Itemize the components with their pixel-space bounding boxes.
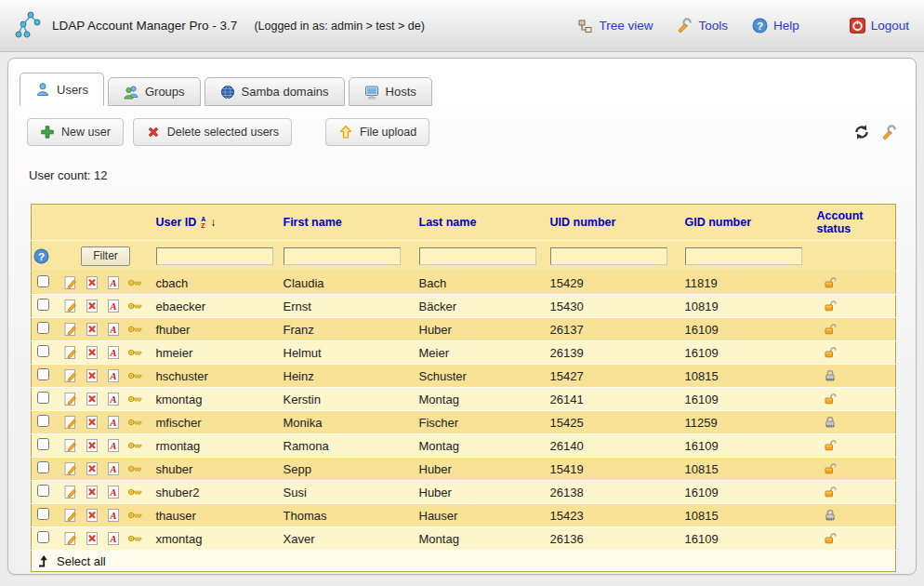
column-header-account-status[interactable]: Account status — [815, 205, 896, 241]
row-checkbox[interactable] — [37, 415, 49, 427]
row-checkbox[interactable] — [37, 345, 49, 357]
filter-button[interactable]: Filter — [81, 246, 130, 266]
delete-user-icon[interactable] — [85, 508, 99, 523]
delete-user-icon[interactable] — [85, 275, 99, 290]
refresh-icon[interactable] — [853, 124, 870, 140]
edit-user-icon[interactable] — [63, 322, 78, 337]
table-row[interactable]: A shuber Sepp Huber 15419 10815 — [32, 458, 896, 481]
tools-link[interactable]: Tools — [677, 18, 728, 33]
help-link[interactable]: ? Help — [752, 18, 799, 33]
row-checkbox[interactable] — [37, 275, 49, 287]
delete-user-icon[interactable] — [85, 485, 99, 499]
pdf-export-icon[interactable]: A — [106, 322, 121, 337]
row-checkbox[interactable] — [37, 438, 49, 450]
edit-user-icon[interactable] — [63, 461, 78, 476]
row-checkbox[interactable] — [37, 299, 49, 311]
delete-user-icon[interactable] — [85, 322, 99, 337]
delete-user-icon[interactable] — [85, 299, 99, 313]
tab-samba-domains[interactable]: Samba domains — [205, 77, 345, 106]
filter-input-gid-number[interactable] — [685, 247, 802, 265]
change-password-key-icon[interactable] — [127, 531, 143, 546]
row-checkbox[interactable] — [37, 392, 49, 404]
delete-user-icon[interactable] — [85, 438, 99, 453]
table-row[interactable]: A ebaecker Ernst Bäcker 15430 10819 — [32, 295, 896, 318]
pdf-export-icon[interactable]: A — [106, 275, 121, 290]
edit-user-icon[interactable] — [63, 392, 78, 406]
change-password-key-icon[interactable] — [127, 485, 143, 499]
delete-user-icon[interactable] — [85, 345, 99, 360]
change-password-key-icon[interactable] — [127, 299, 143, 313]
column-header-gid-number[interactable]: GID number — [683, 205, 815, 241]
column-header-user-id[interactable]: User ID AZ ↓ — [154, 205, 282, 241]
row-checkbox[interactable] — [37, 461, 49, 473]
edit-user-icon[interactable] — [63, 275, 78, 290]
pdf-export-icon[interactable]: A — [106, 438, 121, 453]
table-row[interactable]: A xmontag Xaver Montag 26136 16109 — [32, 527, 896, 551]
pdf-export-icon[interactable]: A — [106, 392, 121, 406]
new-user-button[interactable]: New user — [27, 118, 124, 146]
delete-user-icon[interactable] — [85, 531, 99, 546]
delete-user-icon[interactable] — [85, 392, 99, 406]
column-header-uid-number[interactable]: UID number — [548, 205, 683, 241]
select-all-control[interactable]: Select all — [37, 554, 890, 568]
change-password-key-icon[interactable] — [127, 368, 143, 383]
change-password-key-icon[interactable] — [127, 345, 143, 360]
edit-user-icon[interactable] — [63, 508, 78, 523]
table-row[interactable]: A fhuber Franz Huber 26137 16109 — [32, 318, 896, 341]
pdf-export-icon[interactable]: A — [106, 508, 121, 523]
filter-help-icon[interactable]: ? — [33, 248, 49, 264]
edit-user-icon[interactable] — [63, 531, 78, 546]
tab-hosts[interactable]: Hosts — [349, 77, 432, 106]
table-row[interactable]: A hschuster Heinz Schuster 15427 10815 — [32, 365, 896, 388]
change-password-key-icon[interactable] — [127, 322, 143, 337]
edit-user-icon[interactable] — [63, 345, 78, 360]
filter-input-last-name[interactable] — [419, 247, 536, 265]
filter-input-uid-number[interactable] — [550, 247, 667, 265]
pdf-export-icon[interactable]: A — [106, 299, 121, 313]
toolbar: New user Delete selected users File uplo… — [27, 118, 897, 146]
tab-users[interactable]: Users — [20, 73, 104, 106]
file-upload-button[interactable]: File upload — [325, 118, 429, 146]
change-password-key-icon[interactable] — [127, 438, 143, 453]
table-row[interactable]: A kmontag Kerstin Montag 26141 16109 — [32, 388, 896, 411]
tree-view-link[interactable]: Tree view — [578, 19, 653, 33]
row-checkbox[interactable] — [37, 485, 49, 497]
pdf-export-icon[interactable]: A — [106, 415, 121, 430]
delete-user-icon[interactable] — [85, 461, 99, 476]
change-password-key-icon[interactable] — [127, 392, 143, 406]
row-checkbox[interactable] — [37, 531, 49, 543]
edit-user-icon[interactable] — [63, 485, 78, 499]
pdf-export-icon[interactable]: A — [106, 531, 121, 546]
delete-selected-users-button[interactable]: Delete selected users — [133, 118, 292, 146]
pdf-export-icon[interactable]: A — [106, 485, 121, 499]
table-row[interactable]: A hmeier Helmut Meier 26139 16109 — [32, 341, 896, 365]
table-row[interactable]: A shuber2 Susi Huber 26138 16109 — [32, 481, 896, 504]
pdf-export-icon[interactable]: A — [106, 461, 121, 476]
tab-groups[interactable]: Groups — [108, 77, 201, 106]
filter-input-user-id[interactable] — [156, 247, 273, 265]
change-password-key-icon[interactable] — [127, 461, 143, 476]
row-checkbox[interactable] — [37, 368, 49, 380]
column-header-last-name[interactable]: Last name — [417, 205, 548, 241]
row-checkbox[interactable] — [37, 508, 49, 520]
edit-user-icon[interactable] — [63, 415, 78, 430]
pdf-export-icon[interactable]: A — [106, 368, 121, 383]
logout-link[interactable]: Logout — [850, 18, 909, 33]
filter-input-first-name[interactable] — [284, 247, 401, 265]
change-password-key-icon[interactable] — [127, 415, 143, 430]
delete-user-icon[interactable] — [85, 415, 99, 430]
settings-wrench-icon[interactable] — [881, 125, 897, 140]
delete-user-icon[interactable] — [85, 368, 99, 383]
row-checkbox[interactable] — [37, 322, 49, 334]
table-row[interactable]: A thauser Thomas Hauser 15423 10815 — [32, 504, 896, 527]
table-row[interactable]: A rmontag Ramona Montag 26140 16109 — [32, 434, 896, 458]
table-row[interactable]: A mfischer Monika Fischer 15425 11259 — [32, 411, 896, 434]
change-password-key-icon[interactable] — [127, 508, 143, 523]
column-header-first-name[interactable]: First name — [282, 205, 417, 241]
change-password-key-icon[interactable] — [127, 275, 143, 290]
edit-user-icon[interactable] — [63, 368, 78, 383]
table-row[interactable]: A cbach Claudia Bach 15429 11819 — [32, 272, 896, 295]
edit-user-icon[interactable] — [63, 438, 78, 453]
edit-user-icon[interactable] — [63, 299, 78, 313]
pdf-export-icon[interactable]: A — [106, 345, 121, 360]
